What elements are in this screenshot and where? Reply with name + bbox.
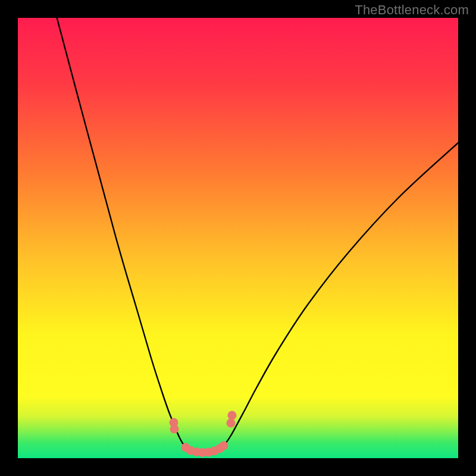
outer-frame: TheBottleneck.com: [0, 0, 476, 476]
trough-marker: [170, 425, 179, 434]
trough-marker: [220, 441, 228, 450]
left-curve: [55, 18, 204, 454]
trough-marker: [228, 411, 237, 420]
plot-area: [18, 18, 458, 458]
trough-markers: [170, 411, 237, 458]
curves-layer: [18, 18, 458, 458]
trough-marker: [227, 419, 236, 428]
watermark-text: TheBottleneck.com: [355, 2, 469, 18]
right-curve: [204, 143, 458, 454]
